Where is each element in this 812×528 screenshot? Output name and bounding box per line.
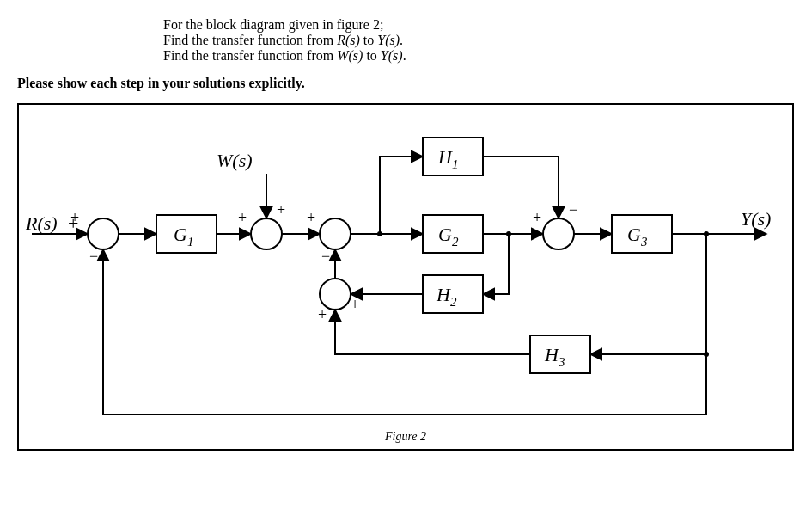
sum3-minus-bottom: −	[321, 248, 330, 265]
problem-statement: For the block diagram given in figure 2;…	[163, 17, 795, 64]
t3a: Find the transfer function from	[163, 48, 337, 63]
t2c: .	[400, 33, 403, 47]
sum1-plus: +	[70, 209, 79, 226]
block-diagram-svg: R(s) + + − G1 + + W(s) + − H1 G2 + −	[19, 105, 792, 449]
sym-Y: Y(s)	[377, 33, 400, 47]
summing-junction-4	[320, 279, 351, 310]
block-diagram-figure: R(s) + + − G1 + + W(s) + − H1 G2 + −	[17, 103, 794, 451]
intro-line-3: Find the transfer function from W(s) to …	[163, 48, 795, 64]
intro-line-1: For the block diagram given in figure 2;	[163, 17, 795, 33]
node-outer-branch	[704, 352, 709, 357]
sym-Y2: Y(s)	[381, 48, 403, 63]
sym-R: R(s)	[337, 33, 360, 47]
summing-junction-5	[543, 218, 574, 249]
t3c: .	[403, 48, 406, 63]
t2a: Find the transfer function from	[163, 33, 337, 47]
sum2-plus-top: +	[277, 201, 285, 218]
figure-caption: Figure 2	[385, 430, 426, 444]
sum1-minus: −	[89, 248, 98, 265]
sym-W: W(s)	[337, 48, 363, 63]
arrow-preG2-H1	[380, 157, 423, 234]
t2b: to	[360, 33, 377, 47]
arrow-H3-sum4	[335, 310, 530, 354]
input-W-label: W(s)	[217, 150, 253, 171]
sum5-plus-left: +	[533, 209, 541, 226]
input-R-label: R(s)	[25, 212, 58, 234]
sum2-plus-left: +	[238, 209, 247, 226]
summing-junction-3	[320, 218, 351, 249]
arrow-H1-sum5	[483, 157, 559, 218]
summing-junction-2	[251, 218, 282, 249]
sum4-plus-right: +	[351, 296, 359, 313]
arrow-postG2-H2	[483, 234, 509, 294]
output-Y-label: Y(s)	[741, 208, 771, 230]
arrow-outer-feedback	[103, 249, 706, 414]
sum4-plus-bottom: +	[318, 306, 327, 323]
summing-junction-1	[88, 218, 119, 249]
t3b: to	[363, 48, 380, 63]
instruction: Please show each step in your solutions …	[17, 76, 795, 91]
sum5-minus-top: −	[569, 201, 577, 218]
sum3-plus-left: +	[307, 209, 315, 226]
intro-line-2: Find the transfer function from R(s) to …	[163, 33, 795, 48]
